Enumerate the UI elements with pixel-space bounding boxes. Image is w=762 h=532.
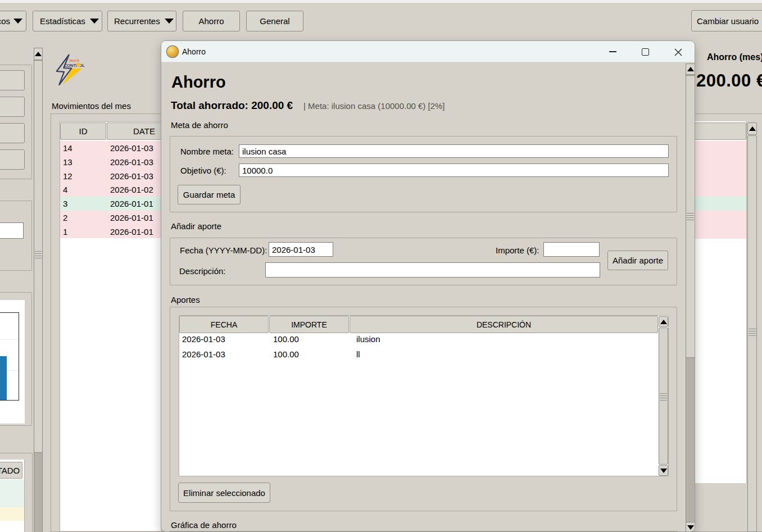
svg-text:laura: laura	[69, 58, 80, 63]
svg-text:CONTROL: CONTROL	[64, 63, 85, 68]
